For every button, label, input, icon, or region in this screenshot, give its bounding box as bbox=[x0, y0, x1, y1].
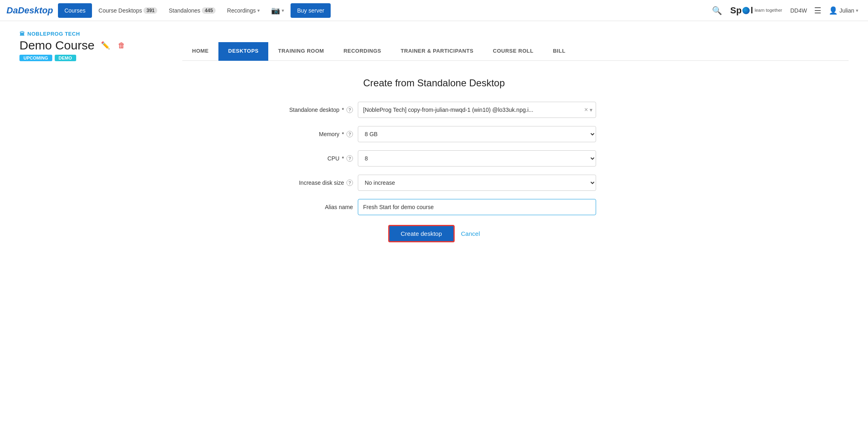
memory-select[interactable]: 4 GB 8 GB 16 GB 32 GB bbox=[358, 126, 596, 142]
tab-recordings[interactable]: RECORDINGS bbox=[334, 42, 391, 61]
recordings-nav-button[interactable]: Recordings ▾ bbox=[222, 5, 265, 16]
tab-bill[interactable]: BILL bbox=[543, 42, 575, 61]
course-desktops-nav-button[interactable]: Course Desktops 391 bbox=[94, 5, 162, 16]
org-label: 🏛 NOBLEPROG TECH bbox=[19, 31, 169, 37]
camera-icon: 📷 bbox=[271, 6, 280, 15]
user-avatar-icon: 👤 bbox=[829, 6, 838, 15]
form-actions: Create desktop Cancel bbox=[272, 225, 596, 242]
tab-training-room[interactable]: TRAINING ROOM bbox=[268, 42, 334, 61]
tab-desktops[interactable]: DESKTOPS bbox=[218, 42, 268, 61]
spool-subtitle: learn together bbox=[755, 8, 782, 13]
disk-select[interactable]: No increase +20 GB +50 GB +100 GB bbox=[358, 175, 596, 191]
menu-icon[interactable]: ☰ bbox=[812, 4, 824, 17]
alias-label: Alias name bbox=[272, 204, 353, 210]
org-icon: 🏛 bbox=[19, 31, 25, 37]
spool-logo: Sp l learn together bbox=[730, 5, 782, 16]
form-title: Create from Standalone Desktop bbox=[363, 77, 505, 89]
upcoming-badge: UPCOMING bbox=[19, 55, 52, 61]
demo-badge: DEMO bbox=[55, 55, 76, 61]
camera-nav-button[interactable]: 📷 ▾ bbox=[266, 4, 289, 17]
standalone-dropdown-icon[interactable]: ▾ bbox=[590, 107, 592, 113]
edit-course-button[interactable]: ✏️ bbox=[99, 40, 111, 51]
standalone-label: Standalone desktop * ? bbox=[272, 107, 353, 113]
courses-nav-button[interactable]: Courses bbox=[58, 3, 92, 18]
logo[interactable]: DaDesktop bbox=[6, 5, 53, 16]
disk-row: Increase disk size ? No increase +20 GB … bbox=[272, 175, 596, 191]
cpu-required: * bbox=[342, 155, 344, 162]
buy-server-button[interactable]: Buy server bbox=[291, 3, 331, 18]
camera-chevron-icon: ▾ bbox=[282, 8, 284, 13]
standalones-label: Standalones bbox=[169, 7, 200, 14]
alias-row: Alias name bbox=[272, 199, 596, 215]
tab-course-roll[interactable]: COURSE ROLL bbox=[483, 42, 543, 61]
memory-label: Memory * ? bbox=[272, 131, 353, 137]
memory-help-icon[interactable]: ? bbox=[346, 131, 353, 137]
alias-input[interactable] bbox=[358, 199, 596, 215]
spool-text: Sp bbox=[730, 5, 742, 16]
memory-row: Memory * ? 4 GB 8 GB 16 GB 32 GB bbox=[272, 126, 596, 142]
standalones-count: 445 bbox=[202, 7, 216, 14]
spool-dot-icon bbox=[742, 7, 750, 14]
main-content: Create from Standalone Desktop Standalon… bbox=[0, 61, 868, 259]
course-title: Demo Course bbox=[19, 38, 94, 52]
user-name: Julian bbox=[839, 7, 854, 14]
delete-course-button[interactable]: 🗑 bbox=[116, 41, 127, 51]
spool-text2: l bbox=[750, 5, 753, 16]
cancel-link[interactable]: Cancel bbox=[461, 230, 480, 237]
standalone-row: Standalone desktop * ? [NobleProg Tech] … bbox=[272, 102, 596, 118]
course-desktops-label: Course Desktops bbox=[98, 7, 142, 14]
standalone-value: [NobleProg Tech] copy-from-julian-mwqd-1… bbox=[363, 107, 583, 113]
memory-required: * bbox=[342, 131, 344, 137]
topnav: DaDesktop Courses Course Desktops 391 St… bbox=[0, 0, 868, 21]
user-chevron-icon: ▾ bbox=[856, 8, 858, 13]
cpu-row: CPU * ? 2 4 8 16 bbox=[272, 150, 596, 167]
user-menu[interactable]: 👤 Julian ▾ bbox=[825, 4, 862, 17]
course-header: 🏛 NOBLEPROG TECH Demo Course ✏️ 🗑 UPCOMI… bbox=[0, 21, 868, 61]
standalone-required: * bbox=[342, 107, 344, 113]
search-button[interactable]: 🔍 bbox=[709, 4, 725, 17]
cpu-help-icon[interactable]: ? bbox=[346, 155, 353, 162]
standalones-nav-button[interactable]: Standalones 445 bbox=[164, 5, 220, 16]
search-icon: 🔍 bbox=[712, 6, 722, 15]
standalone-clear-icon[interactable]: × bbox=[584, 106, 588, 113]
dd4w-label: DD4W bbox=[787, 7, 810, 14]
course-desktops-count: 391 bbox=[143, 7, 157, 14]
recordings-label: Recordings bbox=[227, 7, 256, 14]
form-container: Standalone desktop * ? [NobleProg Tech] … bbox=[272, 102, 596, 242]
standalone-help-icon[interactable]: ? bbox=[346, 107, 353, 113]
standalone-select[interactable]: [NobleProg Tech] copy-from-julian-mwqd-1… bbox=[358, 102, 596, 118]
tab-home[interactable]: HOME bbox=[182, 42, 218, 61]
cpu-select[interactable]: 2 4 8 16 bbox=[358, 150, 596, 167]
recordings-chevron-icon: ▾ bbox=[257, 8, 260, 13]
disk-help-icon[interactable]: ? bbox=[346, 180, 353, 186]
org-name: NOBLEPROG TECH bbox=[28, 31, 80, 37]
create-desktop-button[interactable]: Create desktop bbox=[388, 225, 455, 242]
disk-label: Increase disk size ? bbox=[272, 180, 353, 186]
cpu-label: CPU * ? bbox=[272, 155, 353, 162]
tab-trainer-participants[interactable]: TRAINER & PARTICIPANTS bbox=[391, 42, 483, 61]
